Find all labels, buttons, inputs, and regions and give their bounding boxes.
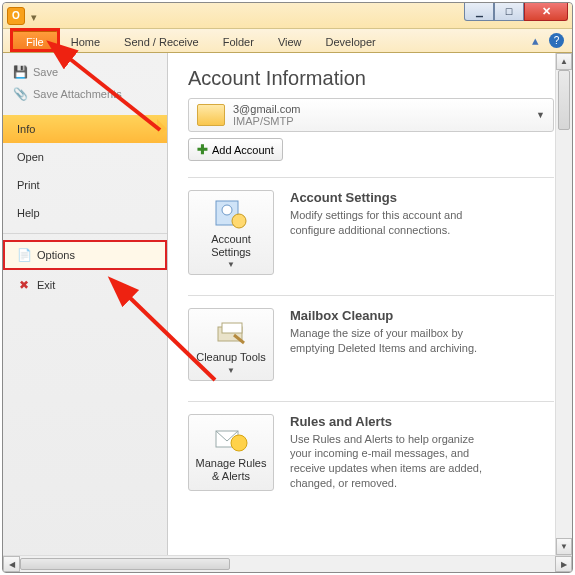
- maximize-button[interactable]: ☐: [494, 3, 524, 21]
- account-settings-btn-label: Account Settings: [193, 233, 269, 259]
- section-account-settings: Account Settings ▼ Account Settings Modi…: [188, 190, 554, 275]
- save-action: 💾 Save: [3, 61, 167, 83]
- account-settings-button[interactable]: Account Settings ▼: [188, 190, 274, 275]
- titlebar: O ▾ ▁ ☐ ✕: [3, 3, 572, 29]
- tab-home[interactable]: Home: [59, 32, 112, 52]
- account-selector[interactable]: 3@gmail.com IMAP/SMTP ▼: [188, 98, 554, 132]
- scroll-track-h[interactable]: [20, 556, 555, 572]
- account-protocol: IMAP/SMTP: [233, 115, 300, 127]
- tab-developer[interactable]: Developer: [314, 32, 388, 52]
- chevron-down-icon: ▼: [227, 366, 235, 375]
- svg-point-2: [232, 214, 246, 228]
- svg-point-6: [231, 435, 247, 451]
- qat-dropdown-icon[interactable]: ▾: [31, 11, 41, 21]
- account-settings-desc: Modify settings for this account and con…: [290, 208, 490, 238]
- account-email: 3@gmail.com: [233, 103, 300, 115]
- save-attachments-action: 📎 Save Attachments: [3, 83, 167, 105]
- tab-file[interactable]: File: [11, 31, 59, 52]
- rules-alerts-icon: [214, 423, 248, 453]
- cleanup-tools-btn-label: Cleanup Tools: [196, 351, 266, 364]
- tab-view[interactable]: View: [266, 32, 314, 52]
- scroll-down-button[interactable]: ▼: [556, 538, 572, 555]
- collapse-ribbon-icon[interactable]: ▴: [532, 33, 539, 48]
- sidebar-item-options[interactable]: 📄 Options: [3, 240, 167, 270]
- rules-alerts-text: Rules and Alerts Use Rules and Alerts to…: [290, 414, 490, 491]
- scroll-right-button[interactable]: ▶: [555, 556, 572, 572]
- scroll-left-button[interactable]: ◀: [3, 556, 20, 572]
- section-mailbox-cleanup: Cleanup Tools ▼ Mailbox Cleanup Manage t…: [188, 308, 554, 380]
- help-icon[interactable]: ?: [549, 33, 564, 48]
- scroll-thumb-h[interactable]: [20, 558, 230, 570]
- svg-rect-4: [222, 323, 242, 333]
- add-account-label: Add Account: [212, 144, 274, 156]
- sidebar-item-exit[interactable]: ✖ Exit: [3, 270, 167, 300]
- account-folder-icon: [197, 104, 225, 126]
- account-dropdown-icon[interactable]: ▼: [536, 110, 545, 120]
- save-attachments-label: Save Attachments: [33, 88, 122, 100]
- outlook-app-icon: O: [7, 7, 25, 25]
- tab-folder[interactable]: Folder: [211, 32, 266, 52]
- options-icon: 📄: [17, 248, 31, 262]
- rules-alerts-heading: Rules and Alerts: [290, 414, 490, 429]
- window-controls: ▁ ☐ ✕: [464, 3, 568, 21]
- add-account-button[interactable]: ✚ Add Account: [188, 138, 283, 161]
- scroll-thumb-v[interactable]: [558, 70, 570, 130]
- ribbon-tabs: File Home Send / Receive Folder View Dev…: [3, 29, 572, 53]
- minimize-button[interactable]: ▁: [464, 3, 494, 21]
- account-settings-icon: [214, 199, 248, 229]
- manage-rules-btn-label: Manage Rules & Alerts: [193, 457, 269, 483]
- cleanup-tools-button[interactable]: Cleanup Tools ▼: [188, 308, 274, 380]
- separator: [188, 295, 554, 296]
- manage-rules-alerts-button[interactable]: Manage Rules & Alerts: [188, 414, 274, 491]
- chevron-down-icon: ▼: [227, 260, 235, 269]
- app-window: O ▾ ▁ ☐ ✕ File Home Send / Receive Folde…: [2, 2, 573, 573]
- ribbon-help: ▴ ?: [532, 33, 564, 48]
- sidebar-item-open[interactable]: Open: [3, 143, 167, 171]
- separator: [188, 401, 554, 402]
- sidebar-item-info[interactable]: Info: [3, 115, 167, 143]
- exit-label: Exit: [37, 279, 55, 291]
- backstage-body: 💾 Save 📎 Save Attachments Info Open Prin…: [3, 53, 572, 572]
- account-text: 3@gmail.com IMAP/SMTP: [233, 103, 300, 127]
- backstage-nav: Info Open Print Help 📄 Options ✖ Exit: [3, 115, 167, 300]
- vertical-scrollbar[interactable]: ▲ ▼: [555, 53, 572, 555]
- mailbox-cleanup-desc: Manage the size of your mailbox by empty…: [290, 326, 490, 356]
- exit-icon: ✖: [17, 278, 31, 292]
- horizontal-scrollbar[interactable]: ◀ ▶: [3, 555, 572, 572]
- separator: [188, 177, 554, 178]
- close-button[interactable]: ✕: [524, 3, 568, 21]
- cleanup-tools-icon: [214, 317, 248, 347]
- page-title: Account Information: [188, 67, 554, 90]
- save-icon: 💾: [13, 65, 27, 79]
- account-settings-text: Account Settings Modify settings for thi…: [290, 190, 490, 275]
- mailbox-cleanup-text: Mailbox Cleanup Manage the size of your …: [290, 308, 490, 380]
- attachment-icon: 📎: [13, 87, 27, 101]
- section-rules-alerts: Manage Rules & Alerts Rules and Alerts U…: [188, 414, 554, 491]
- account-settings-heading: Account Settings: [290, 190, 490, 205]
- plus-icon: ✚: [197, 142, 208, 157]
- scroll-up-button[interactable]: ▲: [556, 53, 572, 70]
- backstage-main: Account Information 3@gmail.com IMAP/SMT…: [168, 53, 572, 572]
- sidebar-item-print[interactable]: Print: [3, 171, 167, 199]
- mailbox-cleanup-heading: Mailbox Cleanup: [290, 308, 490, 323]
- rules-alerts-desc: Use Rules and Alerts to help organize yo…: [290, 432, 490, 491]
- save-label: Save: [33, 66, 58, 78]
- backstage-sidebar: 💾 Save 📎 Save Attachments Info Open Prin…: [3, 53, 168, 572]
- options-label: Options: [37, 249, 75, 261]
- sidebar-item-help[interactable]: Help: [3, 199, 167, 227]
- svg-point-1: [222, 205, 232, 215]
- tab-send-receive[interactable]: Send / Receive: [112, 32, 211, 52]
